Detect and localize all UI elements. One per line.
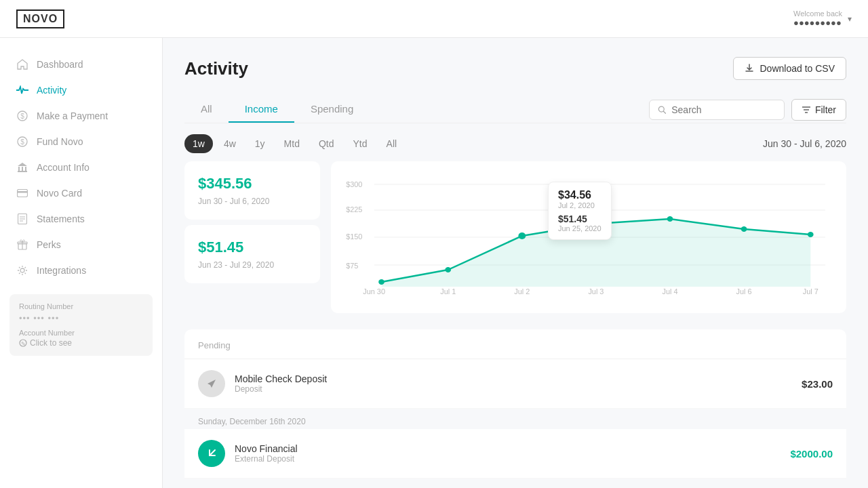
- sidebar-item-dashboard[interactable]: Dashboard: [0, 52, 162, 77]
- gift-icon: [16, 239, 28, 251]
- sidebar-item-novo-card[interactable]: Novo Card: [0, 180, 162, 206]
- transaction-amount: $23.00: [802, 378, 833, 390]
- svg-text:$: $: [20, 113, 24, 120]
- gear-icon: [16, 264, 28, 277]
- pending-label: Pending: [184, 329, 846, 359]
- routing-number-label: Routing Number: [19, 302, 143, 310]
- svg-text:Jul 3: Jul 3: [588, 288, 604, 296]
- sidebar-item-label: Statements: [37, 214, 85, 224]
- time-btn-1y[interactable]: 1y: [247, 134, 273, 153]
- sidebar-item-integrations[interactable]: Integrations: [0, 258, 162, 283]
- filter-button[interactable]: Filter: [791, 99, 846, 121]
- sidebar-item-label: Novo Card: [37, 188, 82, 199]
- routing-box: Routing Number ••• ••• ••• Account Numbe…: [9, 294, 153, 356]
- stat-amount-previous: $51.45: [198, 239, 307, 256]
- stats-cards: $345.56 Jun 30 - Jul 6, 2020 $51.45 Jun …: [184, 161, 320, 313]
- sidebar-item-activity[interactable]: Activity: [0, 77, 162, 103]
- filter-label: Filter: [815, 104, 836, 115]
- time-btn-qtd[interactable]: Qtd: [311, 134, 342, 153]
- svg-point-35: [445, 267, 451, 272]
- svg-text:$150: $150: [346, 233, 362, 241]
- card-icon: [16, 187, 28, 199]
- svg-line-22: [663, 111, 665, 113]
- sidebar-item-perks[interactable]: Perks: [0, 232, 162, 258]
- stat-date-previous: Jun 23 - Jul 29, 2020: [198, 260, 307, 270]
- page-header: Activity Download to CSV: [184, 57, 846, 80]
- transaction-sub: Deposit: [235, 384, 802, 394]
- svg-rect-9: [18, 190, 28, 197]
- header: NOVO Welcome back ●●●●●●●●● ▾: [0, 0, 868, 38]
- time-filter-row: 1w 4w 1y Mtd Qtd Ytd All Jun 30 - Jul 6,…: [184, 134, 846, 153]
- pulse-icon: [16, 84, 28, 96]
- time-btn-4w[interactable]: 4w: [216, 134, 244, 153]
- tooltip-amount-2: $51.45: [558, 214, 601, 224]
- svg-text:$225: $225: [346, 206, 362, 214]
- logo: NOVO: [16, 9, 64, 28]
- main-content: Activity Download to CSV All Income Spen…: [163, 38, 868, 488]
- svg-marker-7: [18, 163, 27, 166]
- transaction-info: Novo Financial External Deposit: [235, 443, 790, 464]
- tabs-container: All Income Spending Filter: [184, 96, 846, 123]
- click-to-see-label: Click to see: [30, 338, 72, 348]
- time-btn-ytd[interactable]: Ytd: [345, 134, 376, 153]
- time-btn-mtd[interactable]: Mtd: [276, 134, 308, 153]
- date-separator: Sunday, December 16th 2020: [184, 409, 846, 429]
- stat-card-previous: $51.45 Jun 23 - Jul 29, 2020: [184, 225, 320, 283]
- search-box[interactable]: [649, 100, 785, 120]
- house-icon: [16, 58, 28, 70]
- avatar: [198, 370, 225, 397]
- chart-tooltip: $34.56 Jul 2, 2020 $51.45 Jun 25, 2020: [548, 182, 612, 240]
- tab-spending[interactable]: Spending: [294, 96, 370, 123]
- layout: Dashboard Activity $ Make a Payment $ Fu…: [0, 38, 868, 488]
- click-to-see-button[interactable]: ✎ Click to see: [19, 338, 143, 348]
- download-csv-button[interactable]: Download to CSV: [733, 57, 846, 80]
- svg-point-40: [808, 232, 814, 237]
- download-csv-label: Download to CSV: [760, 63, 835, 74]
- chart-card: $300 $225 $150 $75: [331, 161, 846, 313]
- sidebar-item-account-info[interactable]: Account Info: [0, 155, 162, 180]
- table-row: Mobile Check Deposit Deposit $23.00: [184, 359, 846, 409]
- time-btn-all[interactable]: All: [378, 134, 406, 153]
- transaction-name: Mobile Check Deposit: [235, 373, 802, 384]
- date-separator: Saturday, December 15th 2020: [184, 479, 846, 488]
- svg-text:$75: $75: [346, 262, 358, 270]
- tooltip-date-1: Jul 2, 2020: [558, 201, 601, 209]
- transaction-name: Novo Financial: [235, 443, 790, 454]
- time-btn-1w[interactable]: 1w: [184, 134, 213, 153]
- tab-all[interactable]: All: [184, 96, 229, 123]
- svg-rect-4: [18, 167, 20, 171]
- svg-text:Jul 1: Jul 1: [440, 288, 456, 296]
- date-range: Jun 30 - Jul 6, 2020: [763, 138, 846, 149]
- svg-rect-8: [18, 171, 27, 172]
- sidebar-item-fund-novo[interactable]: $ Fund Novo: [0, 129, 162, 155]
- avatar: [198, 440, 225, 467]
- chevron-down-icon: ▾: [848, 14, 852, 24]
- page-title: Activity: [184, 58, 248, 79]
- transactions-section: Pending Mobile Check Deposit Deposit $23…: [184, 329, 846, 488]
- transaction-amount: $2000.00: [790, 448, 833, 460]
- user-name: ●●●●●●●●●: [793, 18, 842, 28]
- tab-income[interactable]: Income: [229, 96, 294, 123]
- svg-point-39: [741, 226, 747, 232]
- sidebar-item-label: Dashboard: [37, 59, 83, 70]
- chart-section: $345.56 Jun 30 - Jul 6, 2020 $51.45 Jun …: [184, 161, 846, 313]
- sidebar-item-statements[interactable]: Statements: [0, 206, 162, 232]
- sidebar-item-label: Integrations: [37, 265, 86, 276]
- svg-text:✎: ✎: [21, 341, 26, 347]
- sidebar-item-label: Activity: [37, 85, 66, 96]
- svg-text:Jun 30: Jun 30: [363, 288, 385, 296]
- stat-date-current: Jun 30 - Jul 6, 2020: [198, 197, 307, 206]
- user-menu[interactable]: Welcome back ●●●●●●●●● ▾: [793, 9, 852, 28]
- svg-text:$300: $300: [346, 181, 362, 188]
- search-input[interactable]: [671, 104, 776, 115]
- sidebar-item-label: Account Info: [37, 162, 90, 173]
- stat-amount-current: $345.56: [198, 175, 307, 192]
- dollar-icon: $: [16, 110, 28, 122]
- tooltip-amount-1: $34.56: [558, 189, 601, 201]
- svg-point-34: [378, 279, 384, 285]
- svg-rect-5: [22, 167, 23, 171]
- doc-icon: [16, 213, 28, 225]
- sidebar-item-make-payment[interactable]: $ Make a Payment: [0, 103, 162, 129]
- table-row: Novo Financial External Deposit $2000.00: [184, 429, 846, 479]
- sidebar-item-label: Make a Payment: [37, 110, 108, 121]
